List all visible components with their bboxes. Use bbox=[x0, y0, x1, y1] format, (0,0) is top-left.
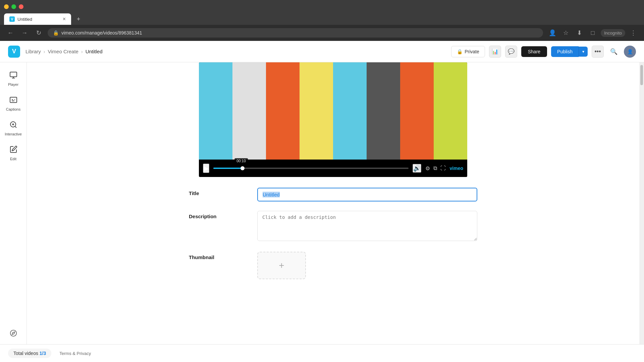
title-input[interactable] bbox=[257, 188, 477, 201]
incognito-badge[interactable]: Incognito bbox=[601, 29, 625, 37]
lock-icon: 🔒 bbox=[457, 49, 463, 54]
breadcrumb-library[interactable]: Library bbox=[25, 49, 41, 54]
breadcrumb: Library › Vimeo Create › Untitled bbox=[25, 49, 446, 54]
sidebar-item-player-label: Player bbox=[8, 82, 18, 86]
thumbnail-add-button[interactable]: + bbox=[257, 252, 306, 279]
video-player[interactable]: ▶ 00:10 🔊 ⚙ ⧉ ⛶ bbox=[199, 62, 467, 177]
more-options-button[interactable]: ••• bbox=[592, 46, 604, 58]
window-controls bbox=[4, 4, 23, 9]
publish-main-button[interactable]: Publish bbox=[551, 46, 579, 57]
sidebar-item-interactive[interactable]: Interactive bbox=[2, 117, 25, 139]
volume-button[interactable]: 🔊 bbox=[413, 164, 421, 173]
svg-rect-1 bbox=[10, 97, 17, 103]
title-field bbox=[257, 188, 477, 201]
breadcrumb-current: Untitled bbox=[86, 49, 103, 54]
tab-close-button[interactable]: × bbox=[63, 16, 66, 22]
breadcrumb-sep-1: › bbox=[44, 49, 45, 54]
analytics-button[interactable]: 📊 bbox=[489, 46, 501, 58]
interactive-icon bbox=[9, 121, 17, 131]
thumbnail-label: Thumbnail bbox=[189, 252, 249, 260]
edit-icon bbox=[9, 145, 17, 156]
thumbnail-row: Thumbnail + bbox=[189, 252, 477, 279]
compass-icon-button[interactable] bbox=[7, 327, 19, 339]
color-bar-6 bbox=[367, 62, 400, 160]
svg-rect-0 bbox=[10, 72, 17, 77]
browser-titlebar bbox=[0, 0, 644, 13]
maximize-button[interactable] bbox=[11, 4, 16, 9]
color-bar-3 bbox=[266, 62, 300, 160]
refresh-button[interactable]: ↻ bbox=[34, 28, 44, 38]
sidebar-item-player[interactable]: Player bbox=[2, 68, 25, 90]
publish-button-group: Publish ▾ bbox=[551, 46, 588, 57]
sidebar-item-edit[interactable]: Edit bbox=[2, 142, 25, 164]
nav-actions: 🔒 Private 📊 💬 Share Publish ▾ ••• 🔍 👤 bbox=[451, 46, 636, 58]
publish-dropdown-button[interactable]: ▾ bbox=[579, 47, 588, 57]
title-row: Title bbox=[189, 188, 477, 201]
address-actions: 👤 ☆ ⬇ □ Incognito ⋮ bbox=[547, 27, 639, 38]
minimize-button[interactable] bbox=[4, 4, 9, 9]
color-bar-8 bbox=[434, 62, 467, 160]
picture-in-picture-button[interactable]: ⧉ bbox=[433, 165, 437, 171]
close-button[interactable] bbox=[19, 4, 23, 9]
color-bar-1 bbox=[199, 62, 232, 160]
description-textarea[interactable] bbox=[257, 211, 477, 241]
vimeo-logo[interactable]: V bbox=[8, 46, 20, 58]
content-area: ▶ 00:10 🔊 ⚙ ⧉ ⛶ bbox=[27, 62, 639, 362]
address-bar: ← → ↻ 🔒 vimeo.com/manage/videos/89638134… bbox=[0, 25, 644, 41]
color-bar-2 bbox=[232, 62, 266, 160]
breadcrumb-create[interactable]: Vimeo Create bbox=[48, 49, 78, 54]
sidebar-item-captions[interactable]: Captions bbox=[2, 93, 25, 115]
tab-favicon: V bbox=[9, 16, 15, 22]
right-scrollbar[interactable] bbox=[639, 62, 644, 362]
form-area: Title Description Thumbnail bbox=[182, 177, 484, 279]
extensions-icon[interactable]: □ bbox=[587, 27, 598, 38]
share-button[interactable]: Share bbox=[521, 46, 547, 57]
video-container: ▶ 00:10 🔊 ⚙ ⧉ ⛶ bbox=[199, 62, 467, 177]
time-tooltip: 00:10 bbox=[234, 158, 248, 164]
url-text: vimeo.com/manage/videos/896381341 bbox=[61, 30, 142, 36]
video-controls: ▶ 00:10 🔊 ⚙ ⧉ ⛶ bbox=[199, 160, 467, 177]
progress-thumb: 00:10 bbox=[240, 166, 245, 170]
comments-button[interactable]: 💬 bbox=[505, 46, 517, 58]
sidebar: Player Captions Interactive Edit bbox=[0, 62, 27, 362]
terms-privacy-link[interactable]: Terms & Privacy bbox=[59, 351, 91, 356]
private-button[interactable]: 🔒 Private bbox=[451, 46, 485, 57]
forward-button[interactable]: → bbox=[19, 28, 30, 38]
sidebar-item-interactive-label: Interactive bbox=[5, 132, 22, 136]
settings-button[interactable]: ⚙ bbox=[425, 165, 430, 172]
browser-tab[interactable]: V Untitled × bbox=[4, 13, 71, 25]
incognito-label: Incognito bbox=[604, 31, 622, 36]
description-row: Description bbox=[189, 211, 477, 242]
menu-icon[interactable]: ⋮ bbox=[628, 27, 639, 38]
fullscreen-button[interactable]: ⛶ bbox=[440, 165, 446, 171]
breadcrumb-sep-2: › bbox=[81, 49, 83, 54]
total-videos-count: 1/3 bbox=[40, 351, 46, 356]
search-button[interactable]: 🔍 bbox=[608, 46, 620, 58]
browser-chrome: V Untitled × + ← → ↻ 🔒 vimeo.com/manage/… bbox=[0, 0, 644, 41]
main-content: Player Captions Interactive Edit bbox=[0, 62, 644, 362]
control-buttons: ⚙ ⧉ ⛶ bbox=[425, 165, 446, 172]
color-bar-5 bbox=[333, 62, 367, 160]
description-field bbox=[257, 211, 477, 242]
sidebar-item-edit-label: Edit bbox=[10, 157, 16, 161]
plus-icon: + bbox=[279, 260, 284, 271]
incognito-icon: 👤 bbox=[547, 27, 558, 38]
app: V Library › Vimeo Create › Untitled 🔒 Pr… bbox=[0, 41, 644, 362]
svg-marker-6 bbox=[12, 332, 15, 335]
user-avatar[interactable]: 👤 bbox=[624, 46, 636, 58]
player-icon bbox=[9, 71, 17, 81]
vimeo-watermark: vimeo bbox=[450, 166, 463, 171]
svg-point-5 bbox=[10, 330, 16, 336]
tab-bar: V Untitled × + bbox=[0, 13, 644, 25]
back-button[interactable]: ← bbox=[5, 28, 15, 38]
download-icon[interactable]: ⬇ bbox=[574, 27, 585, 38]
progress-bar[interactable]: 00:10 bbox=[213, 168, 409, 169]
play-button[interactable]: ▶ bbox=[203, 164, 209, 173]
bookmark-icon[interactable]: ☆ bbox=[560, 27, 571, 38]
new-tab-button[interactable]: + bbox=[74, 14, 83, 24]
url-bar[interactable]: 🔒 vimeo.com/manage/videos/896381341 bbox=[48, 28, 543, 38]
color-bars bbox=[199, 62, 467, 160]
search-icon: 🔍 bbox=[610, 48, 618, 55]
total-videos-label: Total videos bbox=[13, 351, 38, 356]
color-bar-7 bbox=[400, 62, 434, 160]
